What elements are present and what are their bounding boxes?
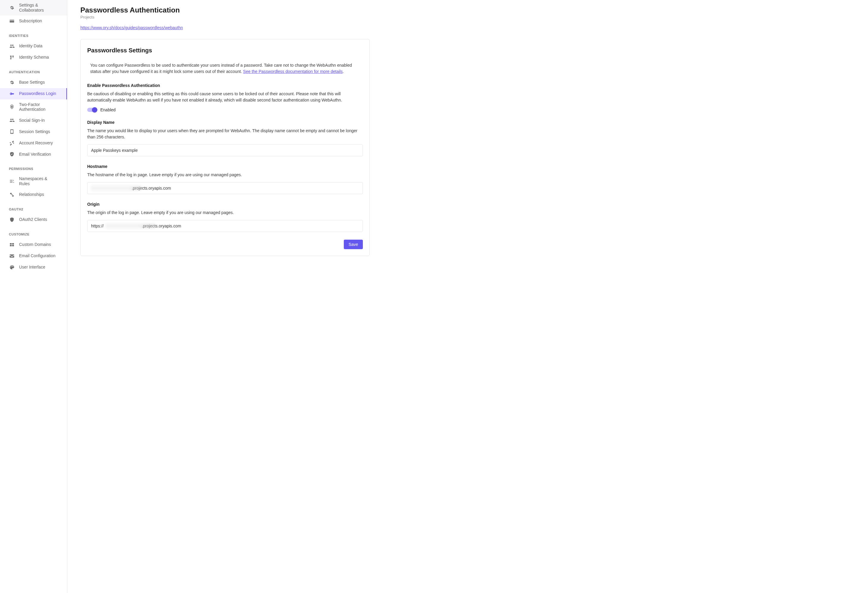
- sidebar-item-custom-domains[interactable]: Custom Domains: [0, 239, 67, 250]
- sidebar-item-user-interface[interactable]: User Interface: [0, 262, 67, 273]
- sidebar-item-settings-collaborators[interactable]: Settings & Collaborators: [0, 0, 67, 15]
- card-lead-link[interactable]: See the Passwordless documentation for m…: [243, 69, 343, 74]
- sidebar-item-label: Identity Schema: [19, 55, 49, 60]
- tools-icon: [9, 140, 15, 146]
- origin-desc: The origin of the log in page. Leave emp…: [87, 209, 363, 216]
- enable-passwordless-block: Enable Passwordless Authentication Be ca…: [87, 83, 363, 112]
- sidebar-section-heading: CUSTOMIZE: [0, 225, 67, 239]
- sidebar-item-label: OAuth2 Clients: [19, 217, 47, 222]
- sidebar-item-oauth2-clients[interactable]: OAuth2 Clients: [0, 214, 67, 225]
- sidebar-item-label: Social Sign-In: [19, 118, 45, 123]
- sidebar-section-heading: PERMISSIONS: [0, 160, 67, 174]
- gear-icon: [9, 80, 15, 86]
- sidebar-item-account-recovery[interactable]: Account Recovery: [0, 137, 67, 149]
- phone-icon: [9, 128, 15, 134]
- save-button[interactable]: Save: [344, 240, 363, 249]
- sidebar-item-email-verification[interactable]: Email Verification: [0, 149, 67, 160]
- doc-link: https://www.ory.sh/docs/guides/passwordl…: [80, 25, 183, 30]
- sidebar-item-label: Two-Factor Authentication: [19, 102, 58, 112]
- sidebar-item-two-factor[interactable]: Two-Factor Authentication: [0, 99, 67, 115]
- origin-title: Origin: [87, 202, 363, 207]
- redacted-blur: [105, 224, 156, 228]
- sidebar-item-passwordless[interactable]: Passwordless Login: [0, 88, 67, 99]
- palette-icon: [9, 264, 15, 270]
- breadcrumb[interactable]: Projects: [80, 15, 370, 19]
- sidebar-item-label: Identity Data: [19, 43, 43, 49]
- hostname-title: Hostname: [87, 164, 363, 169]
- display-name-desc: The name you would like to display to yo…: [87, 128, 363, 140]
- card-icon: [9, 18, 15, 24]
- sidebar-item-base-settings[interactable]: Base Settings: [0, 77, 67, 88]
- key-icon: [9, 91, 15, 97]
- mail-icon: [9, 253, 15, 259]
- sidebar-item-label: Email Verification: [19, 152, 51, 157]
- relationship-icon: [9, 192, 15, 198]
- sidebar-item-label: Session Settings: [19, 129, 50, 134]
- sidebar-item-label: Subscription: [19, 18, 42, 24]
- enable-toggle-label: Enabled: [100, 108, 115, 112]
- rules-icon: [9, 178, 15, 184]
- sidebar-item-relationships[interactable]: Relationships: [0, 189, 67, 201]
- sidebar-item-identity-data[interactable]: Identity Data: [0, 40, 67, 52]
- sidebar-item-email-configuration[interactable]: Email Configuration: [0, 250, 67, 262]
- sidebar-item-subscription[interactable]: Subscription: [0, 15, 67, 27]
- sidebar-item-label: Passwordless Login: [19, 91, 56, 96]
- domains-icon: [9, 242, 15, 248]
- sidebar-section-heading: OAUTH2: [0, 201, 67, 214]
- sidebar-item-label: Namespaces & Rules: [19, 176, 58, 186]
- card-lead: You can configure Passwordless to be use…: [90, 62, 360, 75]
- sidebar-section-heading: IDENTITIES: [0, 27, 67, 40]
- enable-toggle[interactable]: [87, 108, 97, 112]
- sidebar-item-label: Account Recovery: [19, 140, 53, 146]
- sidebar-item-namespaces-rules[interactable]: Namespaces & Rules: [0, 174, 67, 189]
- display-name-title: Display Name: [87, 120, 363, 125]
- redacted-blur: [91, 186, 142, 190]
- fingerprint-icon: [9, 104, 15, 110]
- sidebar-item-label: User Interface: [19, 265, 45, 270]
- sidebar-section-heading: AUTHENTICATION: [0, 63, 67, 77]
- sidebar-item-label: Settings & Collaborators: [19, 3, 58, 13]
- card-lead-suffix: .: [342, 69, 344, 74]
- sidebar-item-label: Email Configuration: [19, 253, 55, 258]
- sidebar-item-identity-schema[interactable]: Identity Schema: [0, 52, 67, 63]
- shield-icon: [9, 217, 15, 223]
- schema-icon: [9, 55, 15, 60]
- page-title: Passwordless Authentication: [80, 6, 370, 14]
- people-icon: [9, 117, 15, 123]
- enable-title: Enable Passwordless Authentication: [87, 83, 363, 88]
- sidebar-item-label: Custom Domains: [19, 242, 51, 247]
- card-title: Passwordless Settings: [87, 47, 363, 54]
- gear-icon: [9, 5, 15, 11]
- main-content: Passwordless Authentication Projects htt…: [67, 0, 383, 593]
- sidebar: Settings & CollaboratorsSubscription IDE…: [0, 0, 67, 593]
- hostname-desc: The hostname of the log in page. Leave e…: [87, 172, 363, 178]
- doc-link-anchor[interactable]: https://www.ory.sh/docs/guides/passwordl…: [80, 25, 183, 30]
- sidebar-item-label: Base Settings: [19, 80, 45, 85]
- passwordless-settings-card: Passwordless Settings You can configure …: [80, 39, 370, 256]
- enable-desc: Be cautious of disabling or enabling thi…: [87, 91, 363, 103]
- people-icon: [9, 43, 15, 49]
- sidebar-item-social-sign-in[interactable]: Social Sign-In: [0, 115, 67, 126]
- sidebar-item-session-settings[interactable]: Session Settings: [0, 126, 67, 137]
- sidebar-item-label: Relationships: [19, 192, 44, 197]
- display-name-block: Display Name The name you would like to …: [87, 120, 363, 156]
- display-name-input[interactable]: [87, 145, 363, 156]
- shield-check-icon: [9, 151, 15, 157]
- hostname-block: Hostname The hostname of the log in page…: [87, 164, 363, 194]
- origin-block: Origin The origin of the log in page. Le…: [87, 202, 363, 232]
